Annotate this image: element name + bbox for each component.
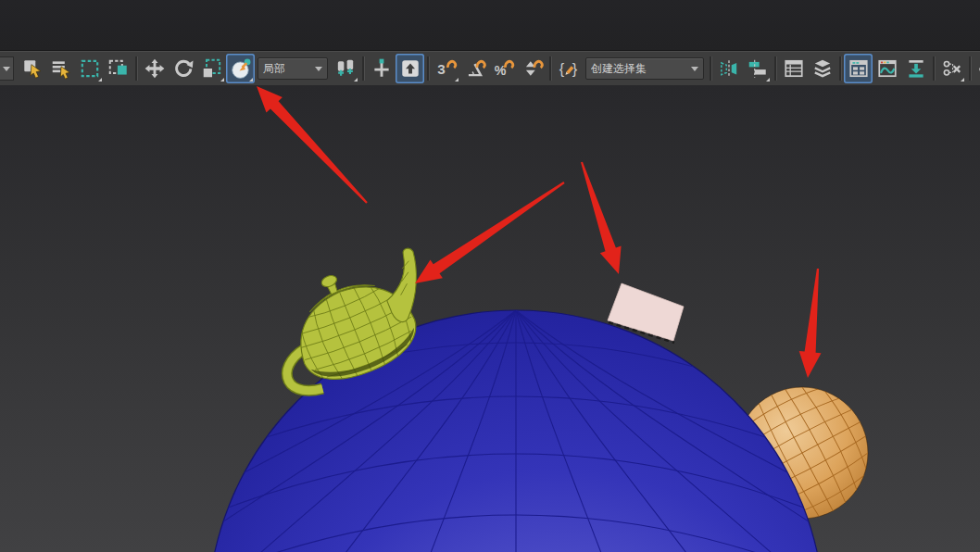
arrow-to-select-and-place-button (257, 86, 368, 204)
toolbar-separator (362, 56, 364, 81)
flyout-corner-icon (455, 78, 459, 82)
rectangular-selection-region-button[interactable] (75, 54, 104, 83)
keyboard-shortcut-override-toggle-button[interactable] (396, 54, 424, 83)
select-and-manipulate-button[interactable] (367, 54, 396, 83)
toggle-layer-explorer-button[interactable] (808, 54, 836, 83)
mirror-icon (718, 57, 740, 80)
percent-snap-icon: % (493, 57, 515, 80)
spinner-snap-icon (521, 57, 544, 80)
arrow-to-orange-sphere (799, 269, 822, 378)
select-object-icon (21, 57, 44, 80)
select-and-scale-button[interactable] (197, 54, 226, 83)
toolbar-separator (774, 56, 776, 81)
select-by-name-icon (50, 57, 72, 80)
mirror-button[interactable] (714, 54, 743, 83)
toggle-ribbon-button[interactable] (844, 54, 873, 83)
flyout-corner-icon (961, 78, 964, 82)
chevron-down-icon (691, 67, 698, 71)
toolbar-separator (135, 56, 137, 81)
ribbon-icon (848, 57, 870, 80)
render-setup-button[interactable] (974, 54, 980, 83)
main-toolbar: 局部3%{}创建选择集 (0, 51, 980, 86)
schematic-view-icon (905, 57, 927, 80)
flyout-corner-icon (766, 78, 770, 82)
toolbar-separator (549, 56, 551, 81)
svg-text:{: { (559, 60, 564, 77)
snaps-toggle-3d-button[interactable]: 3 (432, 54, 460, 83)
toolbar-separator (710, 56, 711, 81)
named-selection-sets-dropdown-label: 创建选择集 (591, 61, 647, 77)
align-icon (747, 57, 769, 80)
edit-named-selection-sets-button[interactable]: {} (554, 54, 583, 83)
snap-3d-icon: 3 (435, 57, 458, 80)
svg-text:3: 3 (437, 61, 446, 77)
select-by-name-button[interactable] (46, 54, 75, 83)
flyout-corner-icon (354, 78, 358, 82)
layer-explorer-icon (811, 57, 834, 80)
select-and-move-button[interactable] (140, 54, 169, 83)
scale-icon (201, 57, 223, 80)
viewport-scene (0, 85, 980, 552)
percent-snap-toggle-button[interactable]: % (489, 54, 518, 83)
angle-snap-icon (464, 57, 486, 80)
toolbar-separator (839, 56, 841, 81)
material-editor-icon (941, 57, 963, 80)
toolbar-separator (933, 56, 935, 81)
toggle-scene-explorer-button[interactable] (779, 54, 808, 83)
rect-region-icon (79, 57, 101, 80)
perspective-viewport[interactable] (0, 85, 980, 552)
arrow-to-teapot (415, 182, 565, 283)
scene-explorer-icon (783, 57, 805, 80)
use-pivot-point-center-button[interactable] (331, 54, 359, 83)
reference-coordinate-system-dropdown[interactable]: 局部 (258, 57, 328, 80)
named-selection-sets-dropdown[interactable]: 创建选择集 (585, 57, 704, 80)
render-setup-icon (977, 57, 980, 80)
angle-snap-toggle-button[interactable] (460, 54, 489, 83)
select-place-icon (230, 57, 252, 80)
window-crossing-toggle-button[interactable] (104, 54, 132, 83)
align-button[interactable] (743, 54, 772, 83)
window-crossing-icon (107, 57, 130, 80)
3dsmax-window: 局部3%{}创建选择集 (0, 0, 980, 552)
edit-sel-sets-icon: {} (558, 57, 580, 80)
flyout-corner-icon (249, 78, 253, 82)
move-icon (144, 57, 166, 80)
chevron-down-icon (315, 67, 322, 71)
curve-editor-button[interactable] (873, 54, 901, 83)
chevron-down-icon (3, 67, 10, 71)
arrow-to-pink-box (581, 162, 622, 274)
select-and-rotate-button[interactable] (169, 54, 197, 83)
toolbar-separator (427, 56, 429, 81)
selection-filter-dropdown[interactable] (0, 56, 14, 81)
reference-coordinate-system-dropdown-label: 局部 (263, 61, 285, 77)
kbd-override-icon (399, 57, 421, 80)
material-editor-button[interactable] (937, 54, 966, 83)
toolbar-separator (969, 56, 971, 81)
flyout-corner-icon (220, 78, 224, 82)
window-top-area (0, 0, 980, 51)
select-object-button[interactable] (18, 54, 46, 83)
spinner-snap-toggle-button[interactable] (518, 54, 547, 83)
manipulate-icon (371, 57, 393, 80)
rotate-icon (172, 57, 195, 80)
select-and-place-button[interactable] (226, 54, 255, 83)
flyout-corner-icon (98, 78, 102, 82)
schematic-view-button[interactable] (901, 54, 930, 83)
curve-editor-icon (876, 57, 898, 80)
use-center-icon (334, 57, 357, 80)
